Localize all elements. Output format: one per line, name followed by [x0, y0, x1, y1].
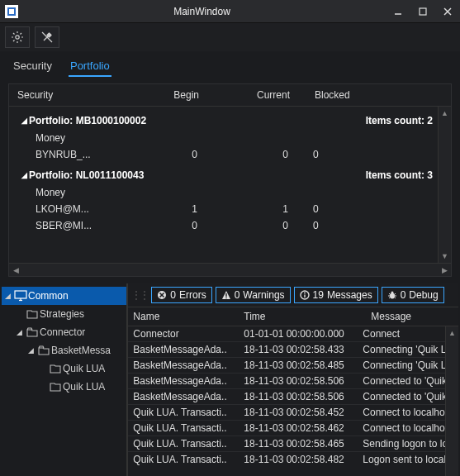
scroll-down-icon[interactable]: ▼ [446, 472, 458, 476]
cell-begin: 0 [131, 149, 222, 160]
tab-portfolio[interactable]: Portfolio [69, 56, 111, 77]
tree-label: Common [28, 290, 69, 302]
svg-point-30 [391, 292, 393, 294]
errors-label: Errors [179, 289, 206, 301]
portfolio-group[interactable]: ◢ Portfolio: NL0011100043 Items count: 3 [16, 166, 451, 184]
log-row[interactable]: Quik LUA. Transacti.. 18-11-03 00:02:58.… [128, 436, 458, 451]
app-icon [5, 5, 18, 18]
grid-hscrollbar[interactable]: ◀ ▶ [9, 263, 451, 276]
settings-button[interactable] [5, 26, 30, 48]
tree-label: Strategies [40, 308, 84, 320]
svg-line-36 [394, 298, 396, 299]
items-count: Items count: 3 [366, 169, 448, 181]
info-icon [300, 290, 310, 300]
expand-icon[interactable]: ◢ [13, 328, 25, 336]
log-cell-name: Quik LUA. Transacti.. [133, 454, 244, 465]
col-blocked[interactable]: Blocked [315, 89, 389, 101]
log-filter-bar: ⋮⋮ 0 Errors 0 Warnings 19 Messages 0 Deb… [128, 283, 458, 307]
scroll-up-icon[interactable]: ▲ [446, 326, 458, 340]
log-row[interactable]: Connector 01-01-01 00:00:00.000 Connect [128, 326, 458, 341]
folder-icon [48, 364, 63, 374]
tree-node[interactable]: Quik LUA [2, 378, 126, 396]
warnings-count: 0 [235, 289, 240, 301]
portfolio-group[interactable]: ◢ Portfolio: MB1000100002 Items count: 2 [16, 112, 451, 130]
cell-blocked: 0 [313, 220, 363, 231]
tree-node[interactable]: Strategies [2, 305, 126, 323]
cell-begin: 1 [131, 203, 222, 215]
expand-icon[interactable]: ◢ [25, 346, 36, 355]
filter-debug[interactable]: 0 Debug [382, 287, 444, 303]
close-button[interactable] [435, 0, 460, 23]
filter-errors[interactable]: 0 Errors [151, 287, 211, 303]
expand-icon[interactable]: ◢ [2, 292, 13, 300]
log-cell-name: Quik LUA. Transacti.. [133, 438, 244, 450]
tree-node[interactable]: ◢Common [2, 287, 126, 305]
log-row[interactable]: BasketMessageAda.. 18-11-03 00:02:58.506… [128, 388, 458, 404]
col-security[interactable]: Security [17, 89, 133, 101]
log-cell-message: Logon sent to localh [363, 454, 453, 465]
svg-line-14 [13, 40, 15, 42]
log-cell-time: 18-11-03 00:02:58.462 [244, 422, 363, 434]
log-row[interactable]: BasketMessageAda.. 18-11-03 00:02:58.485… [128, 357, 458, 373]
grid-vscrollbar[interactable]: ▲ ▼ [438, 107, 451, 263]
log-cell-message: Connect to localhost [363, 407, 453, 418]
filter-messages[interactable]: 19 Messages [294, 287, 378, 303]
svg-rect-17 [15, 291, 26, 298]
log-cell-name: BasketMessageAda.. [133, 391, 244, 402]
log-cell-time: 18-11-03 00:02:58.506 [244, 391, 363, 402]
cell-begin: 0 [131, 220, 222, 231]
collapse-icon[interactable]: ◢ [19, 117, 29, 125]
log-row[interactable]: Quik LUA. Transacti.. 18-11-03 00:02:58.… [128, 420, 458, 436]
portfolio-label: Portfolio: NL0011100043 [29, 169, 144, 181]
svg-rect-1 [9, 9, 14, 14]
grid-row[interactable]: SBER@MI... 0 0 0 [16, 217, 451, 234]
log-vscrollbar[interactable]: ▲ ▼ [445, 326, 458, 476]
cell-security: SBER@MI... [36, 220, 131, 231]
log-row[interactable]: BasketMessageAda.. 18-11-03 00:02:58.433… [128, 341, 458, 357]
log-col-name[interactable]: Name [133, 311, 244, 322]
grid-row[interactable]: Money [16, 130, 451, 146]
cell-blocked: 0 [313, 149, 363, 160]
grid-row[interactable]: Money [16, 184, 451, 201]
title-bar: MainWindow [0, 0, 460, 23]
log-cell-name: BasketMessageAda.. [133, 375, 244, 387]
tab-security[interactable]: Security [12, 56, 54, 77]
grid-row[interactable]: BYNRUB_... 0 0 0 [16, 146, 451, 163]
col-begin[interactable]: Begin [133, 89, 224, 101]
cell-current: 0 [222, 149, 313, 160]
folder-icon [48, 382, 63, 392]
log-panel: ⋮⋮ 0 Errors 0 Warnings 19 Messages 0 Deb… [127, 283, 458, 476]
svg-point-6 [16, 36, 19, 39]
scroll-down-icon[interactable]: ▼ [439, 250, 451, 263]
filter-warnings[interactable]: 0 Warnings [216, 287, 291, 303]
log-row[interactable]: Quik LUA. Transacti.. 18-11-03 00:02:58.… [128, 451, 458, 467]
log-row[interactable]: BasketMessageAda.. 18-11-03 00:02:58.506… [128, 373, 458, 388]
collapse-icon[interactable]: ◢ [19, 171, 29, 179]
maximize-button[interactable] [410, 0, 435, 23]
toolbar [0, 23, 460, 51]
log-cell-message: Connecting 'Quik LU [363, 359, 453, 371]
portfolio-label: Portfolio: MB1000100002 [29, 115, 146, 126]
grid-row[interactable]: LKOH@M... 1 1 0 [16, 201, 451, 217]
svg-line-13 [21, 33, 22, 35]
log-cell-time: 18-11-03 00:02:58.482 [244, 454, 363, 465]
log-cell-name: BasketMessageAda.. [133, 344, 244, 355]
log-row[interactable]: Quik LUA. Transacti.. 18-11-03 00:02:58.… [128, 404, 458, 420]
svg-point-27 [304, 293, 306, 294]
tree-node[interactable]: Quik LUA [2, 359, 126, 378]
tree-node[interactable]: ◢BasketMessa [2, 341, 126, 359]
warnings-label: Warnings [243, 289, 284, 301]
minimize-button[interactable] [386, 0, 410, 23]
tree-node[interactable]: ◢Connector [2, 323, 126, 341]
log-col-message[interactable]: Message [371, 311, 453, 322]
log-col-time[interactable]: Time [244, 311, 371, 322]
cell-current: 1 [222, 203, 313, 215]
scroll-left-icon[interactable]: ◀ [9, 264, 22, 276]
col-current[interactable]: Current [224, 89, 315, 101]
scroll-up-icon[interactable]: ▲ [439, 107, 451, 120]
scroll-right-icon[interactable]: ▶ [438, 264, 451, 276]
source-tree[interactable]: ◢CommonStrategies◢Connector◢BasketMessaQ… [2, 283, 127, 476]
monitor-icon [13, 290, 28, 302]
connect-button[interactable] [35, 26, 59, 48]
log-cell-message: Connected to 'Quik l [363, 391, 453, 402]
